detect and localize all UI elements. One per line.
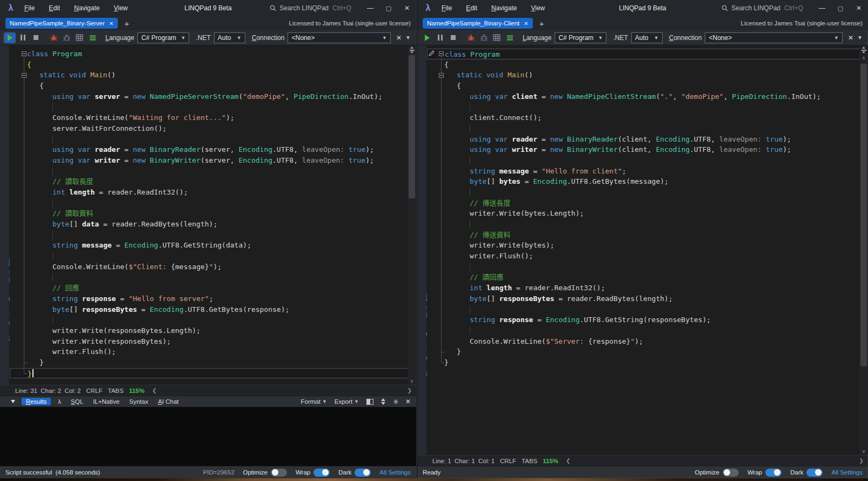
wrap-toggle[interactable] — [765, 469, 782, 477]
code-line[interactable]: // 傳送資料 — [427, 230, 868, 241]
optimize-toggle[interactable] — [723, 469, 739, 477]
code-line[interactable]: using var writer = new BinaryWriter(serv… — [10, 155, 416, 166]
hscroll-right-arrow[interactable]: ❯ — [859, 458, 864, 464]
zoom-level[interactable]: 115% — [543, 458, 558, 464]
close-button[interactable]: ✕ — [398, 4, 416, 12]
code-line[interactable]: writer.Flush(); — [10, 346, 416, 357]
code-line[interactable] — [10, 230, 416, 241]
code-line[interactable]: class Program — [10, 49, 416, 59]
connection-dropdown[interactable]: <None>▼ — [288, 32, 391, 43]
explorer-strip-toggle[interactable]: Show Explorer Trees (Shift+F8) — [0, 45, 10, 385]
code-line[interactable] — [10, 134, 416, 145]
code-line[interactable]: { — [10, 59, 416, 70]
toolbar-chevron-icon[interactable]: ▼ — [405, 35, 411, 41]
code-line[interactable]: server.WaitForConnection(); — [10, 123, 416, 134]
dark-toggle[interactable] — [355, 469, 371, 477]
debug-button[interactable] — [465, 32, 477, 43]
rich-text-results-button[interactable] — [504, 32, 516, 43]
code-line[interactable]: byte[] responseBytes = Encoding.UTF8.Get… — [10, 304, 416, 315]
scrollbar-thumb[interactable] — [860, 64, 867, 366]
scroll-down-arrow[interactable]: ∨ — [408, 378, 416, 384]
clear-connection-button[interactable]: ✕ — [848, 34, 853, 42]
query-tab[interactable]: NamedPipeSample_Binary-Client ✕ — [423, 18, 533, 29]
menu-navigate[interactable]: Navigate — [491, 4, 517, 12]
code-line[interactable]: } — [10, 357, 416, 368]
all-settings-link[interactable]: All Settings — [831, 469, 863, 476]
maximize-button[interactable]: ▢ — [831, 5, 850, 12]
code-line[interactable]: // 傳送長度 — [427, 198, 868, 209]
ai-chat-tab[interactable]: AI Chat — [158, 398, 178, 405]
menu-file[interactable]: File — [24, 4, 35, 12]
code-line[interactable]: } — [427, 357, 868, 368]
code-line[interactable]: Console.WriteLine($"Server: {response}")… — [427, 336, 868, 347]
code-line[interactable]: int length = reader.ReadInt32(); — [10, 187, 416, 198]
code-line[interactable]: Console.WriteLine("Waiting for client...… — [10, 112, 416, 123]
menu-edit[interactable]: Edit — [49, 4, 60, 12]
toolbar-chevron-icon[interactable]: ▼ — [857, 35, 863, 41]
new-tab-button[interactable]: + — [124, 19, 129, 28]
code-line[interactable] — [10, 166, 416, 177]
results-tab[interactable]: Results — [22, 398, 51, 405]
scrollbar-thumb[interactable] — [409, 55, 415, 198]
menu-file[interactable]: File — [442, 4, 452, 12]
code-line[interactable] — [427, 219, 868, 230]
code-line[interactable] — [10, 272, 416, 283]
code-line[interactable]: string response = Encoding.UTF8.GetStrin… — [427, 315, 868, 325]
code-line[interactable] — [10, 315, 416, 325]
code-line[interactable] — [10, 198, 416, 209]
close-button[interactable]: ✕ — [850, 4, 868, 12]
pause-button[interactable] — [17, 32, 29, 43]
stop-button[interactable] — [30, 32, 42, 43]
code-line[interactable]: } — [427, 346, 868, 357]
code-line[interactable]: byte[] bytes = Encoding.UTF8.GetBytes(me… — [427, 176, 868, 187]
query-tab[interactable]: NamedPipeSample_Binary-Server ✕ — [5, 18, 118, 29]
code-line[interactable]: int length = reader.ReadInt32(); — [427, 283, 868, 293]
code-line[interactable]: { — [427, 81, 868, 91]
menu-edit[interactable]: Edit — [466, 4, 477, 12]
export-button[interactable]: Export — [335, 398, 352, 405]
new-tab-button[interactable]: + — [539, 19, 544, 28]
menu-navigate[interactable]: Navigate — [74, 4, 99, 12]
code-line[interactable]: using var server = new NamedPipeServerSt… — [10, 91, 416, 102]
optimize-toggle[interactable] — [271, 469, 287, 477]
code-line[interactable]: } — [10, 368, 416, 379]
code-line[interactable] — [427, 187, 868, 198]
code-line[interactable]: class Program — [427, 49, 868, 59]
hscroll-left-arrow[interactable]: ❮ — [566, 458, 570, 464]
debug-button[interactable] — [48, 32, 59, 43]
code-line[interactable]: using var reader = new BinaryReader(clie… — [427, 134, 868, 145]
code-line[interactable]: static void Main() — [10, 70, 416, 81]
connection-dropdown[interactable]: <None>▼ — [705, 32, 843, 43]
language-dropdown[interactable]: C# Program▼ — [555, 32, 606, 43]
maximize-button[interactable]: ▢ — [379, 5, 398, 12]
scroll-up-arrow[interactable]: ∧ — [859, 55, 868, 61]
format-button[interactable]: Format — [301, 398, 321, 405]
code-line[interactable]: static void Main() — [427, 70, 868, 81]
hscroll-right-arrow[interactable]: ❯ — [408, 388, 412, 393]
debug-break-button[interactable] — [478, 32, 490, 43]
code-line[interactable]: byte[] data = reader.ReadBytes(length); — [10, 219, 416, 230]
language-dropdown[interactable]: C# Program▼ — [137, 32, 189, 43]
il-native-tab[interactable]: IL+Native — [93, 398, 119, 405]
minimize-button[interactable]: — — [361, 4, 379, 12]
tab-close-icon[interactable]: ✕ — [524, 21, 528, 26]
syntax-tab[interactable]: Syntax — [129, 398, 148, 405]
results-collapse-icon[interactable] — [11, 400, 15, 403]
explorer-strip-toggle[interactable]: Show Explorer Trees (Shift+F8) — [417, 45, 427, 455]
minimize-button[interactable]: — — [813, 4, 831, 12]
code-line[interactable]: { — [10, 81, 416, 91]
code-line[interactable]: // 回應 — [10, 283, 416, 293]
all-settings-link[interactable]: All Settings — [379, 469, 411, 476]
code-line[interactable] — [427, 262, 868, 272]
zoom-level[interactable]: 115% — [129, 388, 145, 394]
code-line[interactable]: using var writer = new BinaryWriter(clie… — [427, 144, 868, 155]
code-line[interactable] — [427, 102, 868, 112]
dotnet-dropdown[interactable]: Auto▼ — [631, 32, 663, 43]
code-line[interactable]: // 讀取資料 — [10, 208, 416, 219]
rich-text-results-button[interactable] — [86, 32, 98, 43]
code-line[interactable]: { — [427, 59, 868, 70]
code-line[interactable]: // 讀回應 — [427, 272, 868, 283]
code-line[interactable] — [427, 304, 868, 315]
lambda-tab[interactable]: λ — [58, 398, 61, 405]
code-line[interactable]: // 讀取長度 — [10, 176, 416, 187]
